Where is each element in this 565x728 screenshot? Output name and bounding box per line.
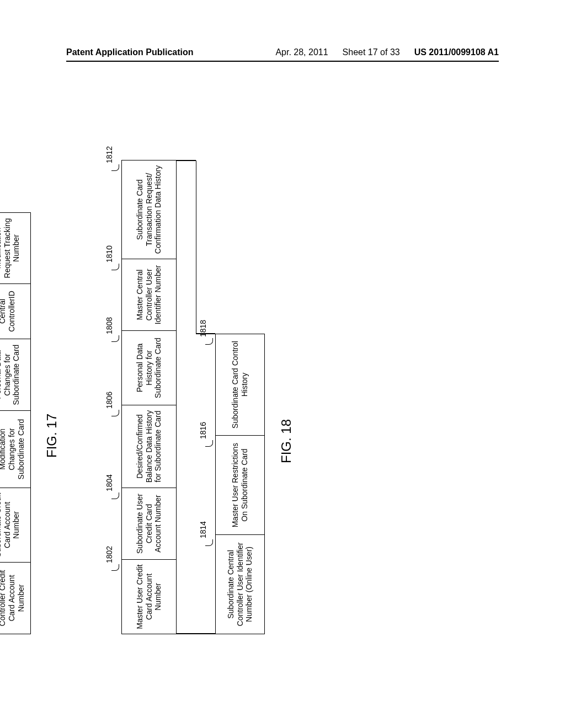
hook-icon xyxy=(111,564,119,571)
fig18-row1-cells: Master User Credit Card Account Number S… xyxy=(121,160,177,634)
cell-1818: Subordinate Card Control History xyxy=(215,334,265,436)
header-pubno: US 2011/0099108 A1 xyxy=(414,47,499,57)
cell-1704: Subordinate Credit Card Account Number xyxy=(0,488,31,563)
cell-1802: Master User Credit Card Account Number xyxy=(121,560,177,634)
fig18-label: FIG. 18 xyxy=(279,419,294,463)
fig17-cells: Master Central Controller Credit Card Ac… xyxy=(0,212,31,634)
fig18-row2-wrap: Subordinate Central Controller User Iden… xyxy=(215,334,265,634)
cell-1702: Master Central Controller Credit Card Ac… xyxy=(0,563,31,634)
header-right-group: Apr. 28, 2011 Sheet 17 of 33 US 2011/009… xyxy=(275,47,499,57)
cell-1816: Master User Restrictions On Subordinate … xyxy=(215,436,265,535)
header-date: Apr. 28, 2011 xyxy=(275,47,328,57)
cell-1708: Personal Data Changes for Subordinate Ca… xyxy=(0,339,31,411)
patent-page: Patent Application Publication Apr. 28, … xyxy=(0,0,565,728)
fig17-label: FIG. 17 xyxy=(44,414,60,458)
hook-icon xyxy=(111,410,119,416)
header-sheet: Sheet 17 of 33 xyxy=(343,47,400,57)
hook-icon xyxy=(205,338,213,345)
hook-icon xyxy=(111,335,119,342)
refnum-1816: 1816 xyxy=(199,422,207,439)
header-rule xyxy=(66,61,499,62)
cell-1712: Modification Request Tracking Number xyxy=(0,212,31,284)
connector-line xyxy=(177,633,215,634)
hook-icon xyxy=(111,493,119,499)
refnum-1810: 1810 xyxy=(105,245,114,263)
refnum-1808: 1808 xyxy=(105,317,114,334)
connector-line xyxy=(177,160,196,161)
cell-1706: Balance Modification Changes for Subordi… xyxy=(0,411,31,488)
cell-1710: Central ControllerID xyxy=(0,284,31,339)
cell-1804: Subordinate User Credit Card Account Num… xyxy=(121,488,177,560)
figure-area-rotated: Master Central Controller Credit Card Ac… xyxy=(6,182,557,568)
cell-1812: Subordinate Card Transaction Request/ Co… xyxy=(121,160,177,259)
refnum-1804: 1804 xyxy=(105,474,114,491)
hook-icon xyxy=(111,164,119,171)
cell-1808: Personal Data History for Subordinate Ca… xyxy=(121,331,177,405)
hook-icon xyxy=(111,264,119,270)
cell-1810: Master Central Controller User Identifie… xyxy=(121,259,177,331)
fig17-wrap: Master Central Controller Credit Card Ac… xyxy=(0,212,31,634)
page-header: Patent Application Publication Apr. 28, … xyxy=(0,47,565,57)
refnum-1806: 1806 xyxy=(105,392,114,409)
cell-1814: Subordinate Central Controller User Iden… xyxy=(215,535,265,634)
hook-icon xyxy=(205,440,213,447)
refnum-1812: 1812 xyxy=(105,146,114,163)
fig18-row1-wrap: Master User Credit Card Account Number S… xyxy=(121,160,177,634)
refnum-1814: 1814 xyxy=(199,521,207,538)
hook-icon xyxy=(205,539,213,546)
header-publication: Patent Application Publication xyxy=(66,47,194,57)
refnum-1802: 1802 xyxy=(105,546,114,563)
refnum-1818: 1818 xyxy=(199,320,207,337)
fig18-row2-cells: Subordinate Central Controller User Iden… xyxy=(215,334,265,634)
cell-1806: Desired/Confirmed Balance Data History f… xyxy=(121,405,177,488)
connector-line xyxy=(196,160,196,334)
